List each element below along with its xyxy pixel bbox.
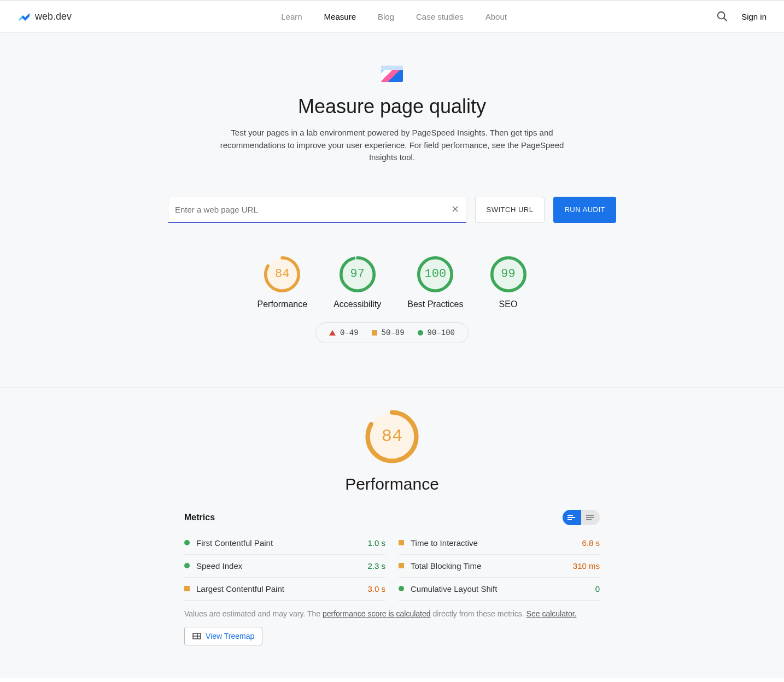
metric-name: Speed Index <box>196 561 367 571</box>
url-bar: ✕ SWITCH URL RUN AUDIT <box>168 197 616 223</box>
metric-name: Largest Contentful Paint <box>196 584 367 593</box>
gauge-label: Accessibility <box>334 299 381 309</box>
triangle-icon <box>329 330 336 336</box>
hero-icon <box>381 66 403 82</box>
nav-measure[interactable]: Measure <box>324 12 356 21</box>
metrics-heading: Metrics <box>184 513 215 522</box>
legend-avg: 50–89 <box>372 328 405 337</box>
toggle-expanded[interactable] <box>581 510 600 525</box>
gauge-best-practices: 100 Best Practices <box>407 256 463 309</box>
gauge-performance: 84 Performance <box>258 256 308 309</box>
metric-row: Speed Index 2.3 s <box>184 555 385 578</box>
metric-name: Cumulative Layout Shift <box>411 584 595 593</box>
svg-rect-13 <box>567 517 575 518</box>
metrics-grid: First Contentful Paint 1.0 s Time to Int… <box>184 532 600 601</box>
gauge-label: Best Practices <box>407 299 463 309</box>
run-audit-button[interactable]: RUN AUDIT <box>553 197 616 223</box>
url-input[interactable] <box>175 205 451 214</box>
metric-value: 1.0 s <box>367 538 385 548</box>
metric-name: First Contentful Paint <box>196 538 367 548</box>
legend-fail: 0–49 <box>329 328 359 337</box>
metric-status-icon <box>399 540 404 545</box>
header-actions: Sign in <box>716 10 767 22</box>
metric-name: Time to Interactive <box>411 538 582 548</box>
metric-row: Largest Contentful Paint 3.0 s <box>184 578 385 601</box>
gauge-label: Performance <box>258 299 308 309</box>
performance-score: 84 <box>365 409 419 464</box>
svg-rect-15 <box>586 515 594 516</box>
toggle-compact[interactable] <box>563 510 581 525</box>
performance-title: Performance <box>184 475 600 493</box>
switch-url-button[interactable]: SWITCH URL <box>475 197 545 223</box>
gauge-score: 99 <box>490 256 527 293</box>
circle-icon <box>418 330 423 336</box>
hero: Measure page quality Test your pages in … <box>0 33 784 387</box>
metric-row: Time to Interactive 6.8 s <box>399 532 600 555</box>
header: web.dev Learn Measure Blog Case studies … <box>0 0 784 33</box>
metric-row: First Contentful Paint 1.0 s <box>184 532 385 555</box>
metric-row: Total Blocking Time 310 ms <box>399 555 600 578</box>
metric-status-icon <box>399 586 404 591</box>
main-nav: Learn Measure Blog Case studies About <box>72 12 716 21</box>
view-treemap-button[interactable]: View Treemap <box>184 627 262 645</box>
svg-point-0 <box>718 12 725 19</box>
metric-row: Cumulative Layout Shift 0 <box>399 578 600 601</box>
nav-case-studies[interactable]: Case studies <box>416 12 464 21</box>
metric-status-icon <box>399 563 404 568</box>
svg-rect-12 <box>567 515 573 516</box>
perf-score-calc-link[interactable]: performance score is calculated <box>323 609 431 618</box>
metric-value: 2.3 s <box>367 561 385 571</box>
metrics-view-toggle <box>563 510 600 525</box>
metrics-footnote: Values are estimated and may vary. The p… <box>184 609 600 618</box>
nav-about[interactable]: About <box>485 12 507 21</box>
square-icon <box>372 330 377 336</box>
performance-gauge: 84 <box>184 409 600 464</box>
logo[interactable]: web.dev <box>17 10 72 23</box>
score-legend: 0–49 50–89 90–100 <box>315 322 469 343</box>
logo-text: web.dev <box>35 11 72 22</box>
url-input-wrap[interactable]: ✕ <box>168 197 466 223</box>
gauge-accessibility: 97 Accessibility <box>334 256 381 309</box>
gauge-label: SEO <box>490 299 527 309</box>
page-subtitle: Test your pages in a lab environment pow… <box>206 127 578 164</box>
logo-icon <box>17 10 31 23</box>
legend-pass: 90–100 <box>418 328 455 337</box>
metric-value: 6.8 s <box>582 538 600 548</box>
clear-icon[interactable]: ✕ <box>451 203 459 215</box>
metric-name: Total Blocking Time <box>411 561 573 571</box>
gauge-score: 84 <box>264 256 301 293</box>
nav-learn[interactable]: Learn <box>281 12 302 21</box>
score-gauges: 84 Performance 97 Accessibility 100 Best… <box>0 256 784 309</box>
signin-link[interactable]: Sign in <box>741 12 767 21</box>
see-calculator-link[interactable]: See calculator. <box>526 609 577 618</box>
metric-status-icon <box>184 563 190 568</box>
treemap-icon <box>192 633 201 639</box>
gauge-seo: 99 SEO <box>490 256 527 309</box>
nav-blog[interactable]: Blog <box>378 12 394 21</box>
svg-line-1 <box>724 18 727 21</box>
metric-status-icon <box>184 540 190 545</box>
svg-rect-14 <box>567 519 572 520</box>
metric-value: 0 <box>595 584 600 593</box>
gauge-score: 97 <box>339 256 376 293</box>
search-icon[interactable] <box>716 10 728 22</box>
svg-rect-17 <box>586 519 592 520</box>
gauge-score: 100 <box>417 256 454 293</box>
page-title: Measure page quality <box>0 95 784 118</box>
svg-rect-16 <box>586 517 594 518</box>
metric-value: 3.0 s <box>367 584 385 593</box>
performance-section: 84 Performance Metrics First Contentful … <box>0 387 784 678</box>
metric-value: 310 ms <box>573 561 600 571</box>
metric-status-icon <box>184 586 190 591</box>
